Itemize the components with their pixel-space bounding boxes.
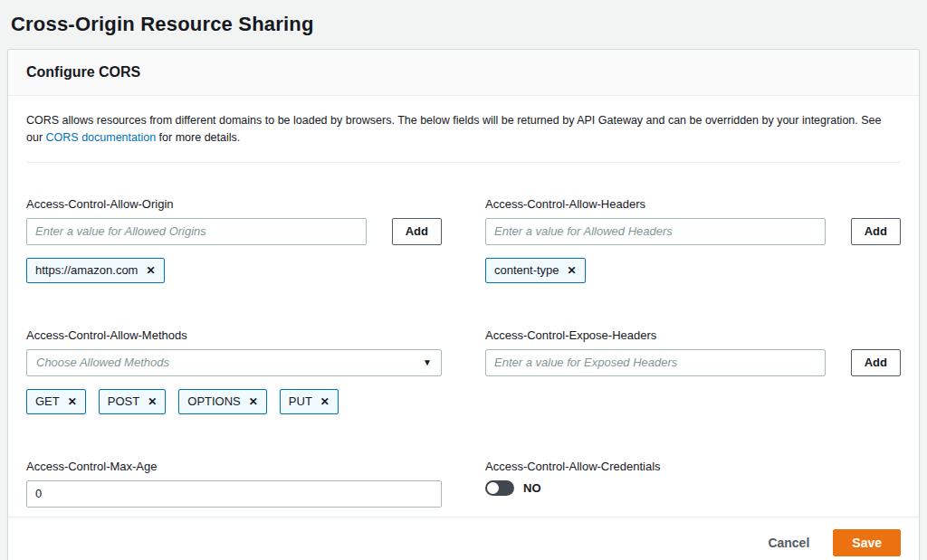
- allow-methods-chips: GET ✕ POST ✕ OPTIONS ✕ PUT: [26, 389, 442, 414]
- origin-chip-label: https://amazon.com: [35, 263, 138, 277]
- allow-credentials-label: Access-Control-Allow-Credentials: [485, 460, 901, 473]
- allow-methods-label: Access-Control-Allow-Methods: [26, 328, 442, 342]
- panel-header: Configure CORS: [8, 50, 919, 96]
- method-chip: POST ✕: [99, 389, 166, 414]
- save-button[interactable]: Save: [833, 529, 901, 556]
- allow-headers-input[interactable]: [485, 218, 826, 245]
- page-title: Cross-Origin Resource Sharing: [11, 13, 920, 36]
- method-chip-label: OPTIONS: [187, 394, 241, 408]
- allow-methods-placeholder: Choose Allowed Methods: [36, 356, 169, 369]
- remove-method-chip-icon[interactable]: ✕: [249, 396, 258, 407]
- chevron-down-icon: ▼: [423, 357, 432, 367]
- field-allow-credentials: Access-Control-Allow-Credentials NO: [485, 460, 901, 508]
- panel-footer: Cancel Save: [8, 517, 919, 560]
- origin-chip: https://amazon.com ✕: [26, 258, 165, 283]
- method-chip-label: PUT: [289, 394, 312, 408]
- field-expose-headers: Access-Control-Expose-Headers Add: [485, 328, 901, 414]
- description-after-link: for more details.: [156, 131, 240, 144]
- expose-headers-control-row: Add: [485, 349, 901, 376]
- allow-headers-label: Access-Control-Allow-Headers: [485, 197, 901, 211]
- remove-header-chip-icon[interactable]: ✕: [568, 265, 577, 276]
- field-max-age: Access-Control-Max-Age: [26, 460, 442, 508]
- max-age-label: Access-Control-Max-Age: [26, 460, 442, 473]
- allow-credentials-toggle[interactable]: [485, 480, 514, 496]
- panel-title: Configure CORS: [26, 64, 140, 80]
- method-chip-label: POST: [108, 394, 139, 408]
- allow-credentials-state: NO: [523, 481, 541, 495]
- allow-origin-add-button[interactable]: Add: [392, 218, 442, 245]
- allow-origin-input[interactable]: [26, 218, 367, 245]
- allow-headers-control-row: Add: [485, 218, 901, 245]
- method-chip: PUT ✕: [280, 389, 339, 414]
- description-text: CORS allows resources from different dom…: [26, 112, 901, 147]
- allow-headers-add-button[interactable]: Add: [851, 218, 901, 245]
- remove-method-chip-icon[interactable]: ✕: [68, 396, 77, 407]
- method-chip: OPTIONS ✕: [178, 389, 267, 414]
- max-age-input[interactable]: [26, 480, 442, 508]
- allow-origin-chips: https://amazon.com ✕: [26, 258, 442, 283]
- expose-headers-input[interactable]: [485, 349, 826, 376]
- configure-cors-panel: Configure CORS CORS allows resources fro…: [7, 49, 920, 560]
- panel-body: CORS allows resources from different dom…: [8, 96, 919, 517]
- method-chip-label: GET: [35, 394, 60, 408]
- header-chip-label: content-type: [494, 263, 559, 277]
- section-divider: [26, 162, 901, 163]
- allow-credentials-control-row: NO: [485, 480, 901, 496]
- allow-methods-select[interactable]: Choose Allowed Methods ▼: [26, 349, 442, 376]
- allow-origin-label: Access-Control-Allow-Origin: [26, 197, 442, 211]
- header-chip: content-type ✕: [485, 258, 586, 283]
- field-allow-origin: Access-Control-Allow-Origin Add https://…: [26, 197, 442, 283]
- field-allow-headers: Access-Control-Allow-Headers Add content…: [485, 197, 901, 283]
- remove-method-chip-icon[interactable]: ✕: [148, 396, 157, 407]
- expose-headers-label: Access-Control-Expose-Headers: [485, 328, 901, 342]
- toggle-knob: [487, 482, 499, 494]
- page: Cross-Origin Resource Sharing Configure …: [0, 0, 927, 560]
- allow-headers-chips: content-type ✕: [485, 258, 901, 283]
- remove-origin-chip-icon[interactable]: ✕: [146, 265, 155, 276]
- expose-headers-add-button[interactable]: Add: [851, 349, 901, 376]
- method-chip: GET ✕: [26, 389, 86, 414]
- remove-method-chip-icon[interactable]: ✕: [320, 396, 330, 407]
- cors-documentation-link[interactable]: CORS documentation: [46, 131, 157, 144]
- cancel-button[interactable]: Cancel: [768, 532, 809, 554]
- cors-form: Access-Control-Allow-Origin Add https://…: [26, 197, 901, 508]
- field-allow-methods: Access-Control-Allow-Methods Choose Allo…: [26, 328, 442, 414]
- allow-origin-control-row: Add: [26, 218, 442, 245]
